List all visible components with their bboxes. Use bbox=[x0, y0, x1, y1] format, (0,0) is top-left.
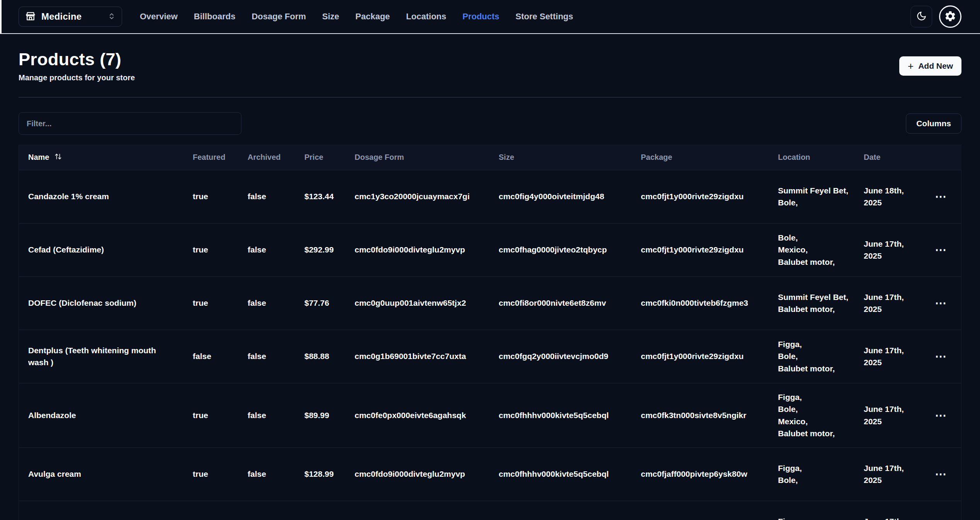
cell-featured: true bbox=[185, 383, 240, 447]
cell-name: Cefad (Ceftazidime) bbox=[19, 223, 185, 276]
cell-dosage-form: cmc1y3co20000jcuaymacx7gi bbox=[347, 170, 491, 223]
nav-item-billboards[interactable]: Billboards bbox=[194, 12, 236, 22]
cell-featured: false bbox=[185, 330, 240, 383]
table-row: Candazole 1% cream true false $123.44 cm… bbox=[19, 170, 961, 223]
cell-date: June 17th, 2025 bbox=[856, 276, 920, 330]
cell-location: Figga,Bole, bbox=[770, 501, 856, 520]
row-actions-button[interactable]: ⋯ bbox=[931, 348, 951, 364]
cell-size: cmc0fi8or000nivte6et8z6mv bbox=[491, 276, 633, 330]
row-actions-button[interactable]: ⋯ bbox=[931, 188, 951, 205]
section-divider bbox=[19, 97, 961, 98]
page-head: Products (7) Manage products for your st… bbox=[19, 49, 961, 82]
table-toolbar: Columns bbox=[19, 112, 961, 135]
add-new-label: Add New bbox=[918, 61, 953, 71]
gear-icon bbox=[944, 10, 956, 24]
cell-size: cmc0fgq2y000iivtevcjmo0d9 bbox=[491, 330, 633, 383]
add-new-button[interactable]: + Add New bbox=[899, 56, 961, 76]
plus-icon: + bbox=[908, 61, 914, 71]
filter-input[interactable] bbox=[19, 112, 241, 135]
location-line: Balubet motor, bbox=[778, 362, 852, 375]
column-header-size: Size bbox=[491, 145, 633, 170]
column-header-name[interactable]: Name bbox=[19, 145, 185, 170]
cell-archived: false bbox=[240, 223, 297, 276]
storefront-icon bbox=[25, 11, 36, 23]
main-nav: OverviewBillboardsDosage FormSizePackage… bbox=[140, 12, 573, 22]
cell-package: cmc0fjhz8000qivtefx0hbr83 bbox=[633, 501, 770, 520]
cell-price: $77.76 bbox=[297, 276, 347, 330]
cell-size: cmc0fhhhv000kivte5q5cebql bbox=[491, 383, 633, 447]
ellipsis-icon: ⋯ bbox=[935, 350, 947, 362]
page-subtitle: Manage products for your store bbox=[19, 73, 135, 82]
cell-size: cmc0fhhhv000kivte5q5cebql bbox=[491, 447, 633, 501]
cell-package: cmc0fki0n000tivteb6fzgme3 bbox=[633, 276, 770, 330]
column-header-price: Price bbox=[297, 145, 347, 170]
table-row: Dentplus (Teeth whitening mouth wash ) f… bbox=[19, 330, 961, 383]
page-head-text: Products (7) Manage products for your st… bbox=[19, 49, 135, 82]
nav-item-dosage-form[interactable]: Dosage Form bbox=[251, 12, 306, 22]
nav-item-size[interactable]: Size bbox=[322, 12, 339, 22]
theme-toggle-button[interactable] bbox=[910, 6, 932, 27]
nav-item-overview[interactable]: Overview bbox=[140, 12, 178, 22]
cell-archived: false bbox=[240, 170, 297, 223]
ellipsis-icon: ⋯ bbox=[935, 296, 947, 309]
ellipsis-icon: ⋯ bbox=[935, 409, 947, 422]
cell-featured: true bbox=[185, 501, 240, 520]
top-bar: Medicine OverviewBillboardsDosage FormSi… bbox=[0, 0, 980, 34]
location-line: Figga, bbox=[778, 391, 852, 403]
cell-archived: false bbox=[240, 383, 297, 447]
row-actions-button[interactable]: ⋯ bbox=[931, 466, 951, 482]
cell-date: June 18th, 2025 bbox=[856, 170, 920, 223]
location-line: Summit Feyel Bet, bbox=[778, 291, 852, 303]
location-line: Bole, bbox=[778, 196, 852, 209]
store-selector[interactable]: Medicine bbox=[19, 7, 122, 27]
location-line: Balubet motor, bbox=[778, 303, 852, 315]
table-header-row: Name Featured Archived Price Dosag bbox=[19, 145, 961, 170]
cell-date: June 17th, 2025 bbox=[856, 447, 920, 501]
cell-name: Adol bbox=[19, 501, 185, 520]
nav-item-package[interactable]: Package bbox=[355, 12, 390, 22]
moon-icon bbox=[916, 11, 927, 22]
ellipsis-icon: ⋯ bbox=[935, 467, 947, 480]
settings-avatar-button[interactable] bbox=[939, 5, 961, 28]
location-line: Bole, bbox=[778, 232, 852, 244]
table-body: Candazole 1% cream true false $123.44 cm… bbox=[19, 170, 961, 520]
cell-package: cmc0fk3tn000sivte8v5ngikr bbox=[633, 383, 770, 447]
row-actions-button[interactable]: ⋯ bbox=[931, 242, 951, 258]
cell-size: cmc0fhag0000jivteo2tqbycp bbox=[491, 223, 633, 276]
cell-archived: false bbox=[240, 501, 297, 520]
cell-package: cmc0fjt1y000rivte29zigdxu bbox=[633, 330, 770, 383]
cell-name: Dentplus (Teeth whitening mouth wash ) bbox=[19, 330, 185, 383]
location-line: Balubet motor, bbox=[778, 427, 852, 440]
cell-location: Figga,Bole,Balubet motor, bbox=[770, 330, 856, 383]
location-line: Figga, bbox=[778, 462, 852, 474]
cell-location: Bole,Mexico,Balubet motor, bbox=[770, 223, 856, 276]
ellipsis-icon: ⋯ bbox=[935, 190, 947, 203]
cell-price: $229.99 bbox=[297, 501, 347, 520]
cell-featured: true bbox=[185, 223, 240, 276]
page-title: Products (7) bbox=[19, 49, 135, 69]
location-line: Figga, bbox=[778, 515, 852, 520]
location-line: Bole, bbox=[778, 403, 852, 415]
cell-featured: true bbox=[185, 447, 240, 501]
table-row: Albendazole true false $89.99 cmc0fe0px0… bbox=[19, 383, 961, 447]
cell-featured: true bbox=[185, 170, 240, 223]
table-row: Cefad (Ceftazidime) true false $292.99 c… bbox=[19, 223, 961, 276]
cell-package: cmc0fjt1y000rivte29zigdxu bbox=[633, 170, 770, 223]
row-actions-button[interactable]: ⋯ bbox=[931, 407, 951, 423]
row-actions-button[interactable]: ⋯ bbox=[931, 295, 951, 311]
nav-item-locations[interactable]: Locations bbox=[406, 12, 446, 22]
nav-item-products[interactable]: Products bbox=[462, 12, 499, 22]
top-bar-actions bbox=[910, 5, 961, 28]
arrow-up-down-icon bbox=[54, 153, 62, 162]
table-row: Avulga cream true false $128.99 cmc0fdo9… bbox=[19, 447, 961, 501]
cell-price: $128.99 bbox=[297, 447, 347, 501]
column-header-actions bbox=[920, 145, 961, 170]
cell-size: cmc0fhag0000jivteo2tqbycp bbox=[491, 501, 633, 520]
nav-item-store-settings[interactable]: Store Settings bbox=[516, 12, 573, 22]
cell-package: cmc0fjt1y000rivte29zigdxu bbox=[633, 223, 770, 276]
cell-name: Albendazole bbox=[19, 383, 185, 447]
table-row: DOFEC (Diclofenac sodium) true false $77… bbox=[19, 276, 961, 330]
cell-price: $123.44 bbox=[297, 170, 347, 223]
columns-button[interactable]: Columns bbox=[906, 113, 961, 134]
location-line: Summit Feyel Bet, bbox=[778, 185, 852, 197]
